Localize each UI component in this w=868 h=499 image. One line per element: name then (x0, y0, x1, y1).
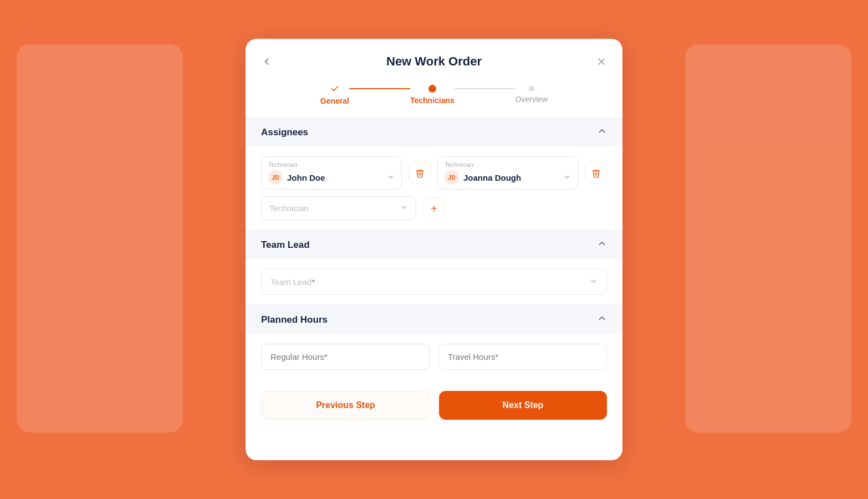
team-lead-placeholder: Team Lead* (270, 277, 315, 287)
delete-tech-1-button[interactable] (409, 162, 431, 184)
close-button[interactable] (596, 56, 607, 67)
modal-title: New Work Order (386, 54, 482, 69)
empty-tech-placeholder: Technician (269, 203, 309, 213)
delete-tech-2-button[interactable] (585, 162, 607, 184)
assignees-section-header[interactable]: Assignees (246, 118, 622, 146)
modal-header: New Work Order (246, 39, 622, 79)
step-overview: Overview (515, 86, 548, 104)
planned-hours-title: Planned Hours (261, 314, 328, 325)
planned-hours-section: Planned Hours (246, 305, 622, 380)
assignees-row-2: Technician + (261, 196, 607, 220)
team-lead-select[interactable]: Team Lead* (261, 269, 607, 295)
assignees-title: Assignees (261, 127, 308, 138)
regular-hours-input[interactable] (261, 344, 430, 370)
back-button[interactable] (261, 56, 272, 67)
travel-hours-input[interactable] (438, 344, 607, 370)
tech-2-name: Joanna Dough (463, 173, 521, 182)
add-technician-button[interactable]: + (423, 197, 445, 220)
technician-2-select[interactable]: Technician JD Joanna Dough (437, 156, 578, 190)
planned-hours-body (246, 334, 622, 380)
tech-2-label: Technician (445, 161, 571, 168)
tech-1-label: Technician (268, 161, 395, 168)
modal: New Work Order General Technicians Overv… (246, 39, 622, 460)
step-general: General (320, 84, 349, 105)
team-lead-body: Team Lead* (246, 259, 622, 305)
step-general-indicator (330, 84, 339, 93)
tech-2-avatar: JD (445, 170, 459, 185)
planned-hours-chevron-icon (597, 313, 607, 326)
assignees-section: Assignees Technician JD John Doe (246, 118, 622, 230)
previous-step-button[interactable]: Previous Step (261, 391, 430, 420)
bg-decoration-left (17, 44, 183, 432)
assignees-chevron-icon (597, 126, 607, 139)
step-overview-indicator (529, 86, 534, 91)
footer: Previous Step Next Step (246, 380, 622, 420)
tech-1-avatar: JD (268, 170, 283, 185)
assignees-row-1: Technician JD John Doe (261, 156, 607, 190)
tech-1-name: John Doe (287, 173, 325, 182)
stepper: General Technicians Overview (246, 79, 622, 118)
bg-decoration-right (685, 44, 851, 432)
empty-tech-chevron-icon (400, 203, 408, 213)
assignees-body: Technician JD John Doe (246, 146, 622, 230)
team-lead-chevron-icon (597, 238, 607, 251)
planned-hours-section-header[interactable]: Planned Hours (246, 305, 622, 334)
step-technicians-label: Technicians (410, 96, 455, 105)
tech-2-chevron-icon (563, 173, 571, 182)
step-line-2 (455, 88, 515, 89)
step-general-label: General (320, 96, 349, 105)
technician-empty-select[interactable]: Technician (261, 196, 416, 220)
tech-1-chevron-icon (387, 173, 395, 182)
hours-row (261, 344, 607, 370)
step-overview-label: Overview (515, 95, 548, 104)
add-icon: + (431, 203, 437, 214)
team-lead-title: Team Lead (261, 240, 310, 251)
step-technicians: Technicians (410, 85, 455, 105)
team-lead-section-header[interactable]: Team Lead (246, 230, 622, 259)
team-lead-section: Team Lead Team Lead* (246, 230, 622, 305)
next-step-button[interactable]: Next Step (439, 391, 607, 420)
team-lead-chevron-icon (590, 277, 598, 287)
technician-1-select[interactable]: Technician JD John Doe (261, 156, 402, 190)
step-technicians-indicator (428, 85, 436, 93)
step-line-1 (349, 88, 410, 89)
